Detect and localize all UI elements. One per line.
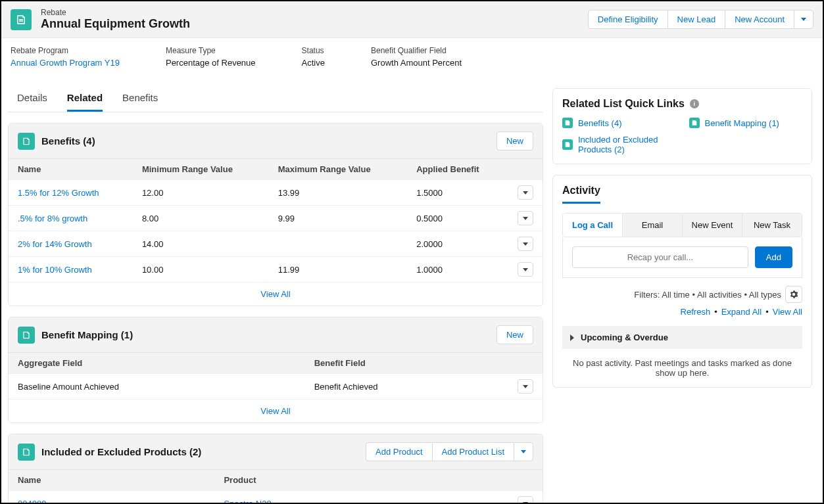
status-label: Status bbox=[302, 46, 325, 55]
chevron-down-icon bbox=[523, 502, 528, 505]
products-col-name: Name bbox=[9, 470, 214, 491]
row-menu-button[interactable] bbox=[518, 496, 533, 504]
chevron-down-icon bbox=[521, 450, 526, 453]
chevron-down-icon bbox=[523, 385, 528, 388]
chevron-down-icon bbox=[523, 242, 528, 246]
ql-benefit-mapping[interactable]: Benefit Mapping (1) bbox=[689, 118, 803, 128]
table-row: Baseline Amount Achieved Benefit Achieve… bbox=[9, 374, 543, 400]
gear-icon bbox=[789, 290, 798, 299]
row-menu-button[interactable] bbox=[518, 262, 533, 277]
benefit-link[interactable]: 1% for 10% Growth bbox=[18, 265, 92, 275]
benefit-link[interactable]: 1.5% for 12% Growth bbox=[18, 188, 99, 198]
benefits-title: Benefits (4) bbox=[41, 135, 95, 147]
list-icon bbox=[562, 118, 573, 128]
subtab-log-call[interactable]: Log a Call bbox=[563, 214, 622, 237]
ql-products[interactable]: Included or Excluded Products (2) bbox=[562, 135, 676, 154]
chevron-down-icon bbox=[523, 217, 528, 220]
chevron-down-icon bbox=[523, 268, 528, 271]
filter-settings-button[interactable] bbox=[785, 286, 802, 303]
quick-links-title: Related List Quick Links bbox=[562, 98, 685, 110]
rebate-icon bbox=[11, 9, 32, 30]
mapping-title: Benefit Mapping (1) bbox=[41, 329, 133, 340]
refresh-link[interactable]: Refresh bbox=[681, 307, 711, 317]
mapping-new-button[interactable]: New bbox=[497, 325, 533, 344]
new-lead-button[interactable]: New Lead bbox=[667, 10, 726, 29]
record-tabs: Details Related Benefits bbox=[8, 84, 543, 112]
activity-title: Activity bbox=[562, 185, 600, 204]
chevron-down-icon bbox=[801, 18, 806, 21]
table-row: 004089 Spectra N20 bbox=[9, 491, 543, 505]
tab-details[interactable]: Details bbox=[17, 84, 47, 112]
chevron-down-icon bbox=[523, 191, 528, 195]
benefits-new-button[interactable]: New bbox=[497, 131, 533, 150]
row-menu-button[interactable] bbox=[518, 379, 533, 394]
tab-benefits[interactable]: Benefits bbox=[122, 84, 158, 112]
qualifier-label: Benefit Qualifier Field bbox=[371, 46, 462, 55]
object-type-label: Rebate bbox=[41, 8, 190, 17]
filters-text: Filters: All time • All activities • All… bbox=[634, 290, 781, 300]
product-name-link[interactable]: 004089 bbox=[18, 499, 46, 505]
list-icon bbox=[562, 139, 573, 150]
no-activity-text: No past activity. Past meetings and task… bbox=[562, 358, 802, 378]
measure-type-label: Measure Type bbox=[166, 46, 256, 55]
mapping-icon bbox=[18, 327, 35, 344]
benefit-link[interactable]: 2% for 14% Growth bbox=[18, 239, 92, 249]
add-product-list-button[interactable]: Add Product List bbox=[432, 442, 514, 461]
benefit-mapping-card: Benefit Mapping (1) New Aggregate Field … bbox=[8, 317, 543, 423]
products-icon bbox=[18, 444, 35, 461]
subtab-email[interactable]: Email bbox=[622, 214, 682, 237]
page-title: Annual Equipment Growth bbox=[41, 17, 190, 31]
add-activity-button[interactable]: Add bbox=[755, 246, 792, 268]
quick-links-card: Related List Quick Links i Benefits (4) … bbox=[552, 88, 812, 164]
benefits-card: Benefits (4) New Name Minimum Range Valu… bbox=[8, 123, 543, 306]
chevron-right-icon bbox=[570, 334, 574, 341]
mapping-view-all[interactable]: View All bbox=[9, 399, 543, 423]
product-link[interactable]: Spectra N20 bbox=[224, 499, 271, 505]
subtab-task[interactable]: New Task bbox=[742, 214, 802, 237]
record-header: Rebate Annual Equipment Growth Define El… bbox=[1, 1, 823, 38]
ql-benefits[interactable]: Benefits (4) bbox=[562, 118, 676, 128]
row-menu-button[interactable] bbox=[518, 237, 533, 251]
table-row: .5% for 8% growth 8.00 9.99 0.5000 bbox=[9, 206, 543, 231]
row-menu-button[interactable] bbox=[518, 211, 533, 225]
mapping-col-ben: Benefit Field bbox=[305, 353, 508, 374]
info-icon[interactable]: i bbox=[690, 99, 699, 108]
define-eligibility-button[interactable]: Define Eligibility bbox=[588, 10, 668, 29]
rebate-program-link[interactable]: Annual Growth Program Y19 bbox=[11, 58, 120, 68]
products-more-button[interactable] bbox=[514, 442, 533, 461]
table-row: 2% for 14% Growth 14.00 2.0000 bbox=[9, 231, 543, 257]
products-title: Included or Excluded Products (2) bbox=[41, 446, 201, 457]
mapping-table: Aggregate Field Benefit Field Baseline A… bbox=[9, 352, 543, 399]
mapping-col-agg: Aggregate Field bbox=[9, 353, 305, 374]
benefits-icon bbox=[18, 133, 35, 150]
row-menu-button[interactable] bbox=[518, 185, 533, 200]
measure-type-value: Percentage of Revenue bbox=[166, 58, 256, 68]
benefits-view-all[interactable]: View All bbox=[9, 282, 543, 306]
activity-subtabs: Log a Call Email New Event New Task bbox=[562, 213, 802, 237]
table-row: 1.5% for 12% Growth 12.00 13.99 1.5000 bbox=[9, 180, 543, 206]
view-all-link[interactable]: View All bbox=[773, 307, 802, 317]
upcoming-section[interactable]: Upcoming & Overdue bbox=[562, 326, 802, 349]
list-icon bbox=[689, 118, 700, 128]
rebate-program-label: Rebate Program bbox=[11, 46, 120, 55]
tab-related[interactable]: Related bbox=[67, 84, 103, 112]
activity-card: Activity Log a Call Email New Event New … bbox=[552, 175, 812, 388]
new-account-button[interactable]: New Account bbox=[725, 10, 794, 29]
recap-input[interactable] bbox=[572, 246, 748, 268]
benefits-col-max: Maximum Range Value bbox=[269, 159, 407, 180]
expand-all-link[interactable]: Expand All bbox=[721, 307, 762, 317]
table-row: 1% for 10% Growth 10.00 11.99 1.0000 bbox=[9, 257, 543, 283]
benefit-link[interactable]: .5% for 8% growth bbox=[18, 214, 87, 223]
products-card: Included or Excluded Products (2) Add Pr… bbox=[8, 434, 543, 504]
benefits-table: Name Minimum Range Value Maximum Range V… bbox=[9, 158, 543, 282]
header-more-button[interactable] bbox=[794, 10, 813, 29]
products-table: Name Product 004089 Spectra N20 004090 R… bbox=[9, 469, 543, 504]
products-col-product: Product bbox=[214, 470, 508, 491]
add-product-button[interactable]: Add Product bbox=[366, 442, 433, 461]
highlights-panel: Rebate Program Annual Growth Program Y19… bbox=[1, 38, 823, 78]
status-value: Active bbox=[302, 58, 325, 68]
benefits-col-name: Name bbox=[9, 159, 133, 180]
benefits-col-min: Minimum Range Value bbox=[133, 159, 269, 180]
benefits-col-applied: Applied Benefit bbox=[407, 159, 508, 180]
subtab-event[interactable]: New Event bbox=[682, 214, 742, 237]
